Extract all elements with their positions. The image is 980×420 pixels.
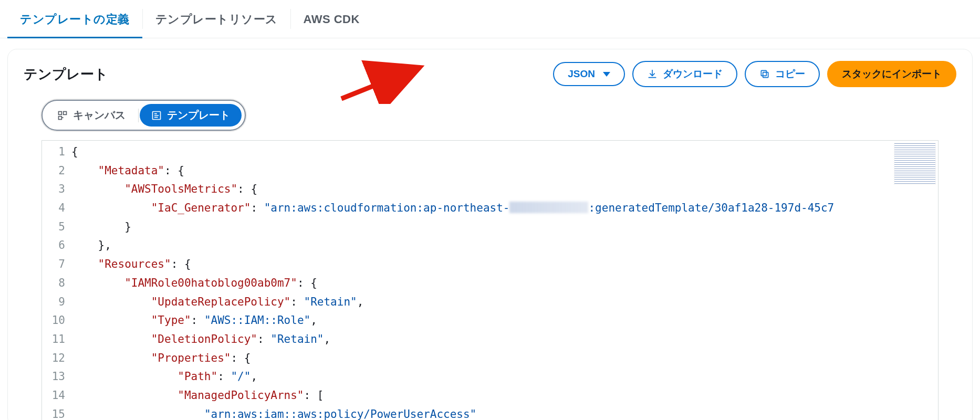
tab-aws-cdk[interactable]: AWS CDK — [291, 1, 372, 37]
download-icon — [647, 69, 658, 79]
viewmode-template[interactable]: テンプレート — [140, 104, 242, 127]
tab-template-resources[interactable]: テンプレートリソース — [143, 0, 290, 38]
code-editor[interactable]: 123456789101112131415 { "Metadata": { "A… — [41, 140, 939, 420]
viewmode-canvas[interactable]: キャンバス — [46, 104, 137, 127]
code-line: "Metadata": { — [71, 162, 938, 181]
canvas-icon — [57, 110, 68, 121]
format-select-label: JSON — [568, 68, 595, 80]
viewmode-canvas-label: キャンバス — [73, 108, 126, 122]
code-line: "Path": "/", — [71, 368, 938, 386]
code-line: }, — [71, 236, 938, 255]
card-actions: JSON ダウンロード コピー スタックにインポート — [553, 61, 956, 87]
code-line: "IaC_Generator": "arn:aws:cloudformation… — [71, 199, 938, 218]
svg-rect-2 — [59, 111, 62, 114]
viewmode-toggle: キャンバス テンプレート — [41, 100, 246, 131]
code-line: "AWSToolsMetrics": { — [71, 180, 938, 199]
tabs-bar: テンプレートの定義 テンプレートリソース AWS CDK — [0, 0, 980, 38]
viewmode-template-label: テンプレート — [167, 108, 230, 122]
tab-template-definition[interactable]: テンプレートの定義 — [7, 0, 142, 38]
format-select-button[interactable]: JSON — [553, 62, 625, 86]
code-line: "ManagedPolicyArns": [ — [71, 386, 938, 405]
copy-label: コピー — [775, 67, 805, 81]
minimap[interactable] — [894, 143, 936, 185]
code-line: "Type": "AWS::IAM::Role", — [71, 311, 938, 330]
code-line: "Resources": { — [71, 255, 938, 274]
svg-rect-4 — [59, 116, 62, 119]
redacted-segment — [509, 202, 588, 213]
code-line: "DeletionPolicy": "Retain", — [71, 330, 938, 349]
code-area[interactable]: { "Metadata": { "AWSToolsMetrics": { "Ia… — [71, 141, 938, 420]
code-line: "IAMRole00hatoblog00ab0m7": { — [71, 274, 938, 293]
card-title: テンプレート — [24, 65, 553, 83]
viewmode-row: キャンバス テンプレート — [8, 97, 972, 140]
download-label: ダウンロード — [663, 67, 723, 81]
code-line: { — [71, 143, 938, 162]
code-line: "Properties": { — [71, 349, 938, 368]
download-button[interactable]: ダウンロード — [632, 61, 737, 87]
segment-separator — [138, 109, 139, 122]
code-line: "arn:aws:iam::aws:policy/PowerUserAccess… — [71, 405, 938, 420]
svg-rect-3 — [64, 111, 67, 114]
copy-icon — [759, 69, 770, 79]
copy-button[interactable]: コピー — [745, 61, 820, 87]
template-card: テンプレート JSON ダウンロード コピー — [7, 49, 973, 420]
code-line: } — [71, 218, 938, 237]
card-header: テンプレート JSON ダウンロード コピー — [8, 61, 972, 97]
line-number-gutter: 123456789101112131415 — [42, 141, 71, 420]
import-to-stack-button[interactable]: スタックにインポート — [827, 61, 956, 87]
template-icon — [151, 110, 162, 121]
chevron-down-icon — [603, 72, 610, 77]
svg-rect-1 — [761, 70, 766, 76]
svg-rect-0 — [763, 72, 768, 78]
import-label: スタックにインポート — [842, 67, 942, 81]
code-line: "UpdateReplacePolicy": "Retain", — [71, 293, 938, 312]
